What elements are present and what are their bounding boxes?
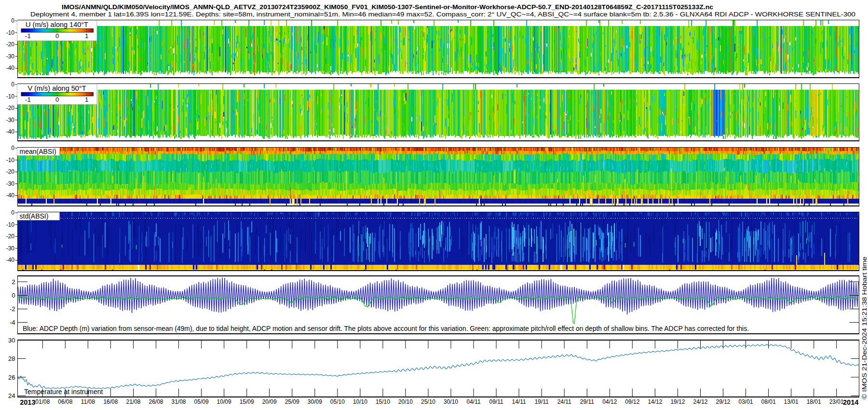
svg-text:0: 0 bbox=[55, 96, 59, 103]
svg-text:-10: -10 bbox=[6, 157, 15, 164]
svg-text:24: 24 bbox=[8, 392, 15, 399]
svg-text:06/08: 06/08 bbox=[58, 398, 72, 405]
svg-text:05/10: 05/10 bbox=[330, 398, 345, 405]
svg-text:03/01: 03/01 bbox=[738, 398, 753, 405]
svg-text:-30: -30 bbox=[6, 180, 15, 187]
svg-text:29/12: 29/12 bbox=[716, 398, 730, 405]
svg-text:14/12: 14/12 bbox=[648, 398, 662, 405]
svg-text:0: 0 bbox=[11, 145, 14, 151]
svg-text:01/08: 01/08 bbox=[35, 398, 50, 405]
svg-text:Blue: ADCP Depth (m) variation: Blue: ADCP Depth (m) variation from sens… bbox=[23, 325, 749, 332]
svg-text:10/10: 10/10 bbox=[353, 398, 367, 405]
svg-text:-30: -30 bbox=[6, 53, 15, 60]
svg-text:Temperature at instrument: Temperature at instrument bbox=[24, 388, 103, 396]
svg-text:-40: -40 bbox=[6, 257, 15, 263]
svg-text:std(ABSI): std(ABSI) bbox=[20, 212, 49, 220]
svg-text:28: 28 bbox=[8, 355, 15, 362]
svg-text:V (m/s) along 50°T: V (m/s) along 50°T bbox=[27, 84, 86, 92]
svg-text:Deployment 4, member 1 lat=16.: Deployment 4, member 1 lat=16.39S lon=12… bbox=[30, 11, 855, 18]
svg-text:08/01: 08/01 bbox=[761, 398, 776, 405]
svg-text:16/08: 16/08 bbox=[103, 398, 118, 405]
svg-text:10/09: 10/09 bbox=[217, 398, 231, 405]
svg-text:-20: -20 bbox=[6, 41, 15, 48]
svg-text:IMOS/ANMN/QLD/KIM050/Velocity/: IMOS/ANMN/QLD/KIM050/Velocity/IMOS_ANMN-… bbox=[62, 4, 713, 11]
svg-text:09/12: 09/12 bbox=[625, 398, 639, 405]
svg-text:24/11: 24/11 bbox=[557, 398, 571, 405]
svg-text:-4: -4 bbox=[10, 319, 15, 326]
svg-text:0: 0 bbox=[11, 17, 14, 24]
svg-text:-10: -10 bbox=[6, 93, 15, 100]
svg-text:2013: 2013 bbox=[20, 398, 35, 406]
svg-text:11/08: 11/08 bbox=[81, 398, 95, 405]
svg-text:13/01: 13/01 bbox=[784, 398, 799, 405]
svg-text:26/08: 26/08 bbox=[149, 398, 163, 405]
svg-text:-10: -10 bbox=[6, 29, 15, 36]
svg-text:25/09: 25/09 bbox=[285, 398, 299, 405]
svg-text:-40: -40 bbox=[6, 192, 15, 199]
svg-text:23/01: 23/01 bbox=[829, 398, 844, 405]
svg-text:14/11: 14/11 bbox=[512, 398, 526, 405]
svg-text:19/11: 19/11 bbox=[535, 398, 549, 405]
svg-text:-1: -1 bbox=[25, 96, 31, 103]
svg-text:© IMOS 21-Dec-2024 15:21:38 Ho: © IMOS 21-Dec-2024 15:21:38 Hobart time bbox=[861, 257, 868, 399]
svg-text:2014: 2014 bbox=[843, 398, 858, 406]
svg-text:05/09: 05/09 bbox=[194, 398, 209, 405]
svg-text:31/08: 31/08 bbox=[171, 398, 186, 405]
svg-text:-20: -20 bbox=[6, 233, 15, 240]
svg-text:-30: -30 bbox=[6, 245, 15, 252]
svg-text:mean(ABSI): mean(ABSI) bbox=[20, 148, 56, 155]
svg-text:U (m/s) along 140°T: U (m/s) along 140°T bbox=[26, 21, 88, 28]
svg-text:20/09: 20/09 bbox=[262, 398, 277, 405]
svg-text:04/12: 04/12 bbox=[602, 398, 617, 405]
svg-text:15/10: 15/10 bbox=[376, 398, 390, 405]
svg-text:-1: -1 bbox=[25, 32, 31, 40]
svg-text:15/09: 15/09 bbox=[240, 398, 254, 405]
svg-text:30/10: 30/10 bbox=[444, 398, 458, 405]
svg-text:-20: -20 bbox=[6, 168, 15, 175]
svg-text:-30: -30 bbox=[6, 117, 15, 123]
svg-text:09/11: 09/11 bbox=[489, 398, 503, 405]
svg-text:-20: -20 bbox=[6, 105, 15, 111]
svg-text:-2: -2 bbox=[10, 305, 15, 313]
svg-text:30/09: 30/09 bbox=[308, 398, 322, 405]
svg-text:04/11: 04/11 bbox=[467, 398, 481, 405]
svg-text:1: 1 bbox=[85, 96, 88, 103]
svg-text:-10: -10 bbox=[6, 221, 15, 228]
svg-text:19/12: 19/12 bbox=[670, 398, 685, 405]
svg-text:29/11: 29/11 bbox=[580, 398, 594, 405]
svg-text:21/08: 21/08 bbox=[126, 398, 140, 405]
svg-text:26: 26 bbox=[8, 374, 15, 381]
svg-text:30: 30 bbox=[8, 337, 15, 344]
svg-text:-40: -40 bbox=[6, 65, 15, 71]
svg-text:18/01: 18/01 bbox=[807, 398, 821, 405]
svg-text:24/12: 24/12 bbox=[693, 398, 707, 405]
svg-text:-40: -40 bbox=[6, 128, 15, 135]
svg-text:2: 2 bbox=[12, 278, 15, 286]
svg-text:0: 0 bbox=[11, 81, 14, 88]
svg-text:0: 0 bbox=[12, 292, 15, 299]
svg-text:0: 0 bbox=[11, 209, 14, 216]
svg-text:0: 0 bbox=[55, 32, 59, 40]
svg-text:20/10: 20/10 bbox=[398, 398, 413, 405]
svg-text:25/10: 25/10 bbox=[421, 398, 435, 405]
svg-text:1: 1 bbox=[85, 32, 88, 40]
